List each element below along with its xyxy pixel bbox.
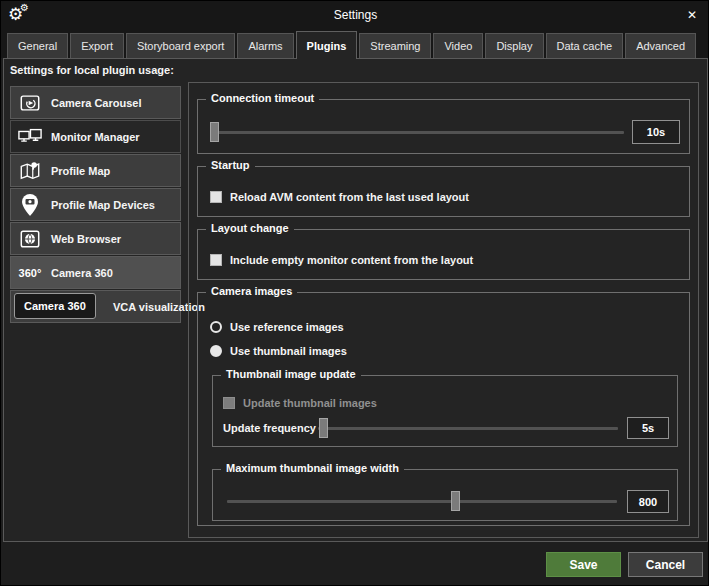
- web-browser-icon: [18, 227, 42, 251]
- tab-bar: General Export Storyboard export Alarms …: [1, 29, 709, 58]
- update-thumbnail-images-label: Update thumbnail images: [243, 397, 377, 409]
- plugins-tab-content: Settings for local plugin usage: Camera …: [3, 58, 708, 542]
- max-thumbnail-width-slider-handle[interactable]: [451, 491, 460, 511]
- update-frequency-slider-track[interactable]: [318, 427, 618, 430]
- startup-title: Startup: [206, 159, 255, 171]
- sidebar-item-monitor-manager[interactable]: Monitor Manager: [10, 120, 181, 153]
- tab-video[interactable]: Video: [433, 33, 483, 58]
- tab-alarms[interactable]: Alarms: [237, 33, 293, 58]
- save-button[interactable]: Save: [546, 552, 621, 577]
- connection-timeout-title: Connection timeout: [206, 92, 319, 104]
- thumbnail-image-update-title: Thumbnail image update: [221, 368, 361, 380]
- reload-avm-label[interactable]: Reload AVM content from the last used la…: [230, 191, 469, 203]
- include-empty-monitor-label[interactable]: Include empty monitor content from the l…: [230, 254, 473, 266]
- tab-plugins[interactable]: Plugins: [296, 31, 358, 59]
- update-frequency-label: Update frequency: [223, 422, 316, 434]
- profile-map-icon: [18, 159, 42, 183]
- update-frequency-value[interactable]: 5s: [627, 417, 669, 439]
- max-thumbnail-width-title: Maximum thumbnail image width: [221, 462, 404, 474]
- max-thumbnail-width-slider-track[interactable]: [227, 500, 617, 503]
- close-icon[interactable]: ✕: [684, 7, 700, 23]
- monitor-manager-icon: [18, 125, 42, 149]
- settings-dialog: ⚙ ⚙ Settings ✕ General Export Storyboard…: [0, 0, 709, 586]
- title-bar: ⚙ ⚙ Settings ✕: [1, 1, 709, 29]
- camera-carousel-icon: [18, 91, 42, 115]
- camera-images-title: Camera images: [206, 285, 297, 297]
- include-empty-monitor-checkbox[interactable]: [210, 254, 222, 266]
- tab-general[interactable]: General: [7, 33, 68, 58]
- tab-storyboard-export[interactable]: Storyboard export: [126, 33, 235, 58]
- update-thumbnail-images-checkbox: [223, 397, 235, 409]
- layout-change-title: Layout change: [206, 222, 294, 234]
- sidebar-item-profile-map[interactable]: Profile Map: [10, 154, 181, 187]
- profile-map-devices-icon: [18, 193, 42, 217]
- connection-timeout-value[interactable]: 10s: [632, 120, 680, 144]
- max-thumbnail-width-value[interactable]: 800: [627, 490, 669, 513]
- tab-streaming[interactable]: Streaming: [359, 33, 431, 58]
- connection-timeout-slider-track[interactable]: [212, 131, 624, 134]
- tab-export[interactable]: Export: [70, 33, 124, 58]
- plugin-settings-panel: Connection timeout 10s Startup Reload AV…: [188, 82, 699, 538]
- sidebar-item-camera-carousel[interactable]: Camera Carousel: [10, 86, 181, 119]
- sidebar-item-camera-360[interactable]: 360° Camera 360: [10, 256, 181, 289]
- use-thumbnail-images-label[interactable]: Use thumbnail images: [230, 345, 347, 357]
- max-thumbnail-width-group: Maximum thumbnail image width 800: [212, 469, 678, 521]
- use-thumbnail-images-radio[interactable]: [210, 345, 222, 357]
- cancel-button[interactable]: Cancel: [628, 552, 703, 577]
- sidebar-item-web-browser[interactable]: Web Browser: [10, 222, 181, 255]
- sidebar-heading: Settings for local plugin usage:: [10, 64, 174, 76]
- camera-images-group: Camera images Use reference images Use t…: [197, 292, 690, 526]
- use-reference-images-label[interactable]: Use reference images: [230, 321, 344, 333]
- update-frequency-slider-handle[interactable]: [319, 418, 328, 438]
- layout-change-group: Layout change Include empty monitor cont…: [197, 229, 690, 280]
- window-title: Settings: [1, 8, 709, 22]
- startup-group: Startup Reload AVM content from the last…: [197, 166, 690, 217]
- sidebar-item-profile-map-devices[interactable]: Profile Map Devices: [10, 188, 181, 221]
- tab-display[interactable]: Display: [485, 33, 543, 58]
- camera-360-icon: 360°: [18, 261, 42, 285]
- use-reference-images-radio[interactable]: [210, 321, 222, 333]
- tab-data-cache[interactable]: Data cache: [546, 33, 624, 58]
- thumbnail-image-update-group: Thumbnail image update Update thumbnail …: [212, 375, 678, 447]
- connection-timeout-group: Connection timeout 10s: [197, 99, 690, 154]
- connection-timeout-slider-handle[interactable]: [210, 122, 219, 142]
- reload-avm-checkbox[interactable]: [210, 191, 222, 203]
- camera-360-tooltip: Camera 360: [14, 293, 96, 319]
- tab-advanced[interactable]: Advanced: [625, 33, 696, 58]
